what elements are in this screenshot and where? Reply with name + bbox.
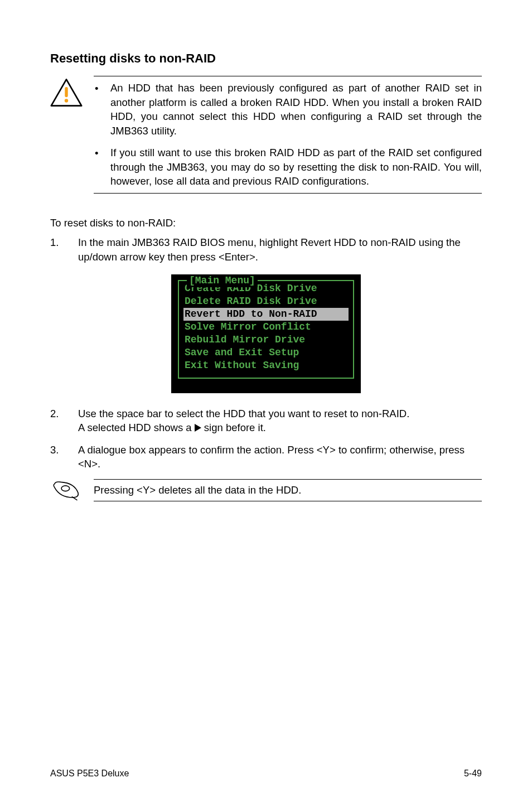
step-text-line: A selected HDD shows a bbox=[78, 422, 195, 433]
warning-item: An HDD that has been previously configur… bbox=[110, 81, 482, 138]
bios-menu-item: Delete RAID Disk Drive bbox=[183, 295, 349, 308]
bios-menu-item: Rebuild Mirror Drive bbox=[183, 334, 349, 346]
note-icon bbox=[50, 479, 83, 501]
bios-menu-title: [Main Menu] bbox=[187, 274, 258, 287]
step-text: Use the space bar to select the HDD that… bbox=[78, 407, 482, 435]
section-heading: Resetting disks to non-RAID bbox=[50, 50, 482, 67]
play-triangle-icon bbox=[195, 424, 201, 432]
step-text: A dialogue box appears to confirm the ac… bbox=[78, 443, 482, 471]
steps-list: 1. In the main JMB363 RAID BIOS menu, hi… bbox=[50, 235, 482, 264]
svg-rect-1 bbox=[65, 87, 67, 97]
footer-left: ASUS P5E3 Deluxe bbox=[50, 767, 129, 780]
step-number: 1. bbox=[50, 235, 62, 264]
warning-item: If you still want to use this broken RAI… bbox=[110, 146, 482, 189]
step-number: 2. bbox=[50, 407, 62, 435]
step-item: 2. Use the space bar to select the HDD t… bbox=[50, 407, 482, 435]
step-text-line: Use the space bar to select the HDD that… bbox=[78, 408, 409, 419]
bios-menu-item: Solve Mirror Conflict bbox=[183, 321, 349, 334]
page-footer: ASUS P5E3 Deluxe 5-49 bbox=[50, 767, 482, 780]
step-text: In the main JMB363 RAID BIOS menu, highl… bbox=[78, 235, 482, 264]
note-body: Pressing <Y> deletes all the data in the… bbox=[94, 479, 482, 501]
svg-point-3 bbox=[61, 486, 70, 491]
svg-point-2 bbox=[65, 99, 68, 103]
warning-body: An HDD that has been previously configur… bbox=[94, 76, 482, 194]
step-text-line: sign before it. bbox=[201, 422, 266, 433]
intro-text: To reset disks to non-RAID: bbox=[50, 216, 482, 230]
step-number: 3. bbox=[50, 443, 62, 471]
steps-list-cont: 2. Use the space bar to select the HDD t… bbox=[50, 407, 482, 471]
bios-menu: [Main Menu] Create RAID Disk Drive Delet… bbox=[171, 274, 361, 393]
footer-right: 5-49 bbox=[464, 767, 482, 780]
step-item: 1. In the main JMB363 RAID BIOS menu, hi… bbox=[50, 235, 482, 264]
bios-menu-item: Save and Exit Setup bbox=[183, 346, 349, 359]
bios-menu-item: Exit Without Saving bbox=[183, 359, 349, 372]
step-item: 3. A dialogue box appears to confirm the… bbox=[50, 443, 482, 471]
warning-callout: An HDD that has been previously configur… bbox=[50, 76, 482, 194]
bios-menu-item-selected: Revert HDD to Non-RAID bbox=[183, 308, 349, 321]
note-callout: Pressing <Y> deletes all the data in the… bbox=[50, 479, 482, 501]
warning-icon bbox=[50, 76, 83, 194]
